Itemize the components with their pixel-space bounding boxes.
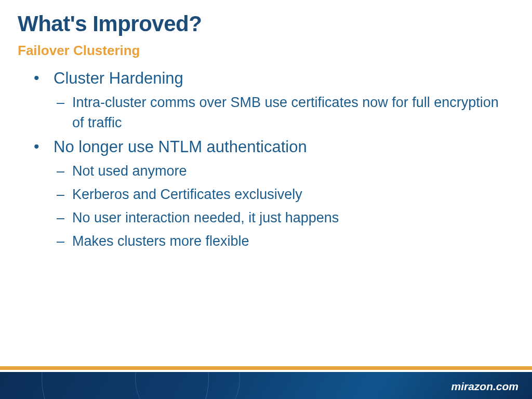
slide-subtitle: Failover Clustering [18, 43, 140, 59]
slide-body: Cluster Hardening Intra-cluster comms ov… [29, 68, 501, 255]
footer-band: mirazon.com [0, 372, 532, 399]
sub-bullet-item: Kerberos and Certificates exclusively [54, 184, 501, 205]
sub-bullet-item: Intra-cluster comms over SMB use certifi… [54, 92, 501, 133]
footer-accent-bar [0, 366, 532, 370]
sub-bullet-item: Makes clusters more flexible [54, 231, 501, 251]
slide-title: What's Improved? [18, 11, 202, 36]
footer-brand: mirazon.com [451, 380, 518, 393]
bullet-item: Cluster Hardening Intra-cluster comms ov… [29, 68, 501, 133]
bullet-text: No longer use NTLM authentication [54, 138, 307, 156]
sub-bullet-item: No user interaction needed, it just happ… [54, 208, 501, 228]
slide-footer: mirazon.com [0, 368, 532, 399]
bullet-item: No longer use NTLM authentication Not us… [29, 136, 501, 251]
sub-bullet-item: Not used anymore [54, 161, 501, 181]
slide: What's Improved? Failover Clustering Clu… [0, 0, 532, 399]
bullet-text: Cluster Hardening [54, 69, 183, 87]
